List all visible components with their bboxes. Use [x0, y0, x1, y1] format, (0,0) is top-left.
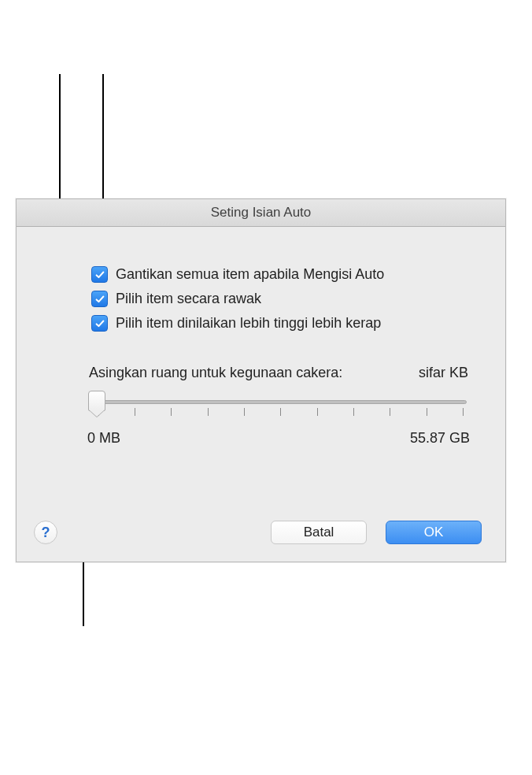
checkbox-row-higher-rated: Pilih item dinilaikan lebih tinggi lebih…: [91, 315, 470, 332]
checkbox-replace-all[interactable]: [91, 266, 108, 283]
slider-value: sifar KB: [419, 365, 468, 381]
slider-tick: [171, 408, 172, 416]
dialog-title: Seting Isian Auto: [211, 205, 312, 221]
cancel-button-label: Batal: [304, 525, 334, 540]
slider-label-row: Asingkan ruang untuk kegunaan cakera: si…: [87, 365, 470, 381]
dialog-button-row: Batal OK: [271, 521, 482, 544]
checkmark-icon: [94, 269, 105, 280]
slider-track-line: [91, 400, 467, 404]
slider-tick: [208, 408, 209, 416]
dialog-content: Gantikan semua item apabila Mengisi Auto…: [17, 227, 505, 462]
slider-tick: [280, 408, 281, 416]
cancel-button[interactable]: Batal: [271, 521, 367, 544]
slider-max-label: 55.87 GB: [410, 430, 470, 447]
help-button[interactable]: ?: [34, 521, 57, 544]
slider-tick: [353, 408, 354, 416]
slider-tick: [135, 408, 135, 416]
checkbox-row-replace-all: Gantikan semua item apabila Mengisi Auto: [91, 266, 470, 283]
slider-tick: [427, 408, 427, 416]
ok-button-label: OK: [424, 525, 444, 540]
checkbox-random[interactable]: [91, 291, 108, 307]
autofill-settings-dialog: Seting Isian Auto Gantikan semua item ap…: [16, 198, 506, 562]
slider-range-labels: 0 MB 55.87 GB: [87, 430, 470, 447]
ok-button[interactable]: OK: [386, 521, 482, 544]
dialog-titlebar: Seting Isian Auto: [17, 199, 505, 227]
slider-min-label: 0 MB: [87, 430, 120, 447]
slider-tick: [244, 408, 245, 416]
checkmark-icon: [94, 294, 105, 305]
checkbox-label-random: Pilih item secara rawak: [116, 291, 261, 307]
slider-tick: [463, 408, 464, 416]
disk-space-slider[interactable]: [91, 391, 467, 430]
checkbox-label-replace-all: Gantikan semua item apabila Mengisi Auto: [116, 266, 384, 283]
slider-label: Asingkan ruang untuk kegunaan cakera:: [89, 365, 342, 381]
checkbox-higher-rated[interactable]: [91, 315, 108, 332]
slider-thumb[interactable]: [88, 391, 105, 411]
slider-tick: [317, 408, 318, 416]
checkbox-row-random: Pilih item secara rawak: [91, 291, 470, 307]
slider-tick: [390, 408, 390, 416]
checkmark-icon: [94, 318, 105, 329]
disk-space-slider-section: Asingkan ruang untuk kegunaan cakera: si…: [87, 365, 470, 447]
help-icon: ?: [42, 525, 50, 541]
checkbox-label-higher-rated: Pilih item dinilaikan lebih tinggi lebih…: [116, 315, 381, 332]
